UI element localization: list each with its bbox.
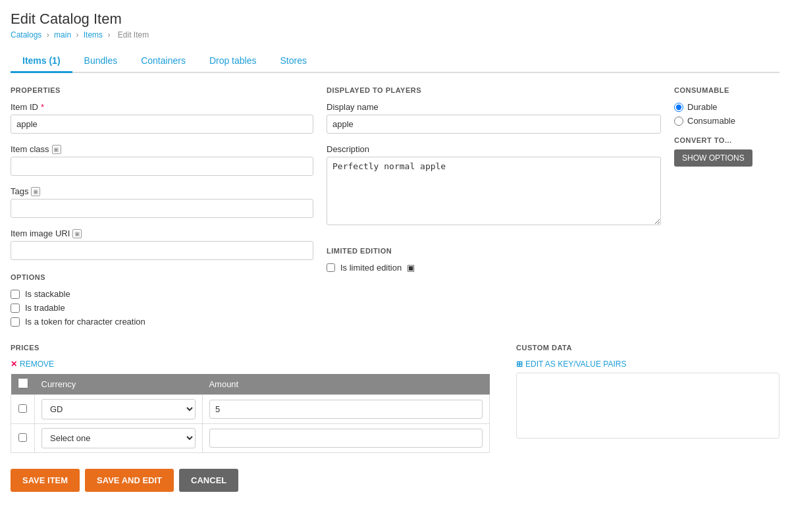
bottom-area: PRICES ✕ REMOVE Currency Amount GD (11, 344, 779, 453)
limited-edition-section: LIMITED EDITION Is limited edition ▣ (327, 247, 661, 273)
row-2-currency-select[interactable]: Select one (41, 428, 196, 448)
durable-radio[interactable] (674, 103, 683, 112)
is-token-checkbox[interactable] (11, 317, 20, 327)
is-token-row: Is a token for character creation (11, 317, 313, 327)
consumable-title: CONSUMABLE (674, 86, 779, 94)
tab-drop-tables[interactable]: Drop tables (198, 50, 269, 73)
is-tradable-label: Is tradable (25, 303, 65, 313)
mid-column: DISPLAYED TO PLAYERS Display name Descri… (327, 86, 661, 331)
properties-title: PROPERTIES (11, 86, 313, 94)
convert-section: CONVERT TO... SHOW OPTIONS (674, 136, 779, 167)
custom-data-title: CUSTOM DATA (516, 344, 779, 352)
image-uri-field: Item image URI ▣ (11, 228, 313, 260)
limited-edition-title: LIMITED EDITION (327, 247, 661, 255)
is-token-label: Is a token for character creation (25, 317, 145, 327)
breadcrumb-items[interactable]: Items (84, 30, 103, 40)
item-class-field: Item class ▣ (11, 144, 313, 176)
custom-data-box (516, 373, 779, 439)
options-section: OPTIONS Is stackable Is tradable Is a to… (11, 273, 313, 327)
plus-icon: ⊞ (516, 359, 523, 369)
row-2-checkbox[interactable] (18, 433, 27, 442)
display-name-field: Display name (327, 102, 661, 134)
tab-stores[interactable]: Stores (268, 50, 318, 73)
select-all-checkbox[interactable] (18, 378, 28, 388)
durable-label: Durable (687, 102, 718, 112)
remove-link[interactable]: ✕ REMOVE (11, 359, 490, 369)
save-and-edit-button[interactable]: SAVE AND EDIT (85, 469, 174, 492)
remove-label: REMOVE (20, 359, 54, 369)
is-stackable-checkbox[interactable] (11, 290, 20, 299)
item-class-input[interactable] (11, 157, 313, 176)
col-amount: Amount (202, 374, 489, 395)
row-1-currency-select[interactable]: GD (41, 399, 196, 419)
breadcrumb: Catalogs › main › Items › Edit Item (11, 30, 779, 40)
tabs-bar: Items (1) Bundles Containers Drop tables… (11, 50, 779, 73)
is-stackable-row: Is stackable (11, 289, 313, 299)
save-item-button[interactable]: SAVE ITEM (11, 469, 80, 492)
options-title: OPTIONS (11, 273, 313, 281)
prices-header-row: Currency Amount (11, 374, 490, 395)
convert-label: CONVERT TO... (674, 136, 779, 144)
image-uri-input[interactable] (11, 241, 313, 260)
breadcrumb-main[interactable]: main (54, 30, 71, 40)
breadcrumb-catalogs[interactable]: Catalogs (11, 30, 41, 40)
row-1-amount-input[interactable] (209, 400, 483, 419)
display-name-label: Display name (327, 102, 661, 112)
is-limited-checkbox[interactable] (327, 263, 335, 272)
action-bar: SAVE ITEM SAVE AND EDIT CANCEL (11, 469, 779, 492)
row-1-checkbox[interactable] (18, 404, 27, 413)
item-id-input[interactable] (11, 115, 313, 134)
is-tradable-checkbox[interactable] (11, 304, 20, 313)
description-label: Description (327, 144, 661, 154)
left-column: PROPERTIES Item ID * Item class ▣ Tags ▣ (11, 86, 313, 331)
consumable-radio-row: Consumable (674, 116, 779, 126)
image-uri-label: Item image URI (11, 228, 70, 238)
required-star: * (41, 102, 44, 112)
tags-input[interactable] (11, 199, 313, 218)
item-id-label: Item ID (11, 102, 38, 112)
tab-containers[interactable]: Containers (129, 50, 198, 73)
display-name-input[interactable] (327, 115, 661, 134)
image-uri-info-icon[interactable]: ▣ (72, 229, 82, 238)
right-column: CONSUMABLE Durable Consumable CONVERT TO… (674, 86, 779, 331)
table-row: GD (11, 395, 490, 424)
col-currency: Currency (35, 374, 203, 395)
consumable-label: Consumable (687, 116, 735, 126)
is-tradable-row: Is tradable (11, 303, 313, 313)
page-title: Edit Catalog Item (11, 11, 779, 28)
cancel-button[interactable]: CANCEL (179, 469, 238, 492)
is-stackable-label: Is stackable (25, 289, 70, 299)
consumable-radio[interactable] (674, 117, 683, 126)
table-row: Select one (11, 424, 490, 453)
prices-table: Currency Amount GD (11, 374, 490, 453)
is-limited-row: Is limited edition ▣ (327, 263, 661, 273)
limited-info-icon[interactable]: ▣ (407, 263, 415, 273)
is-limited-label: Is limited edition (340, 263, 402, 273)
edit-kv-link[interactable]: ⊞ EDIT AS KEY/VALUE PAIRS (516, 359, 779, 369)
item-class-label: Item class (11, 144, 49, 154)
show-options-button[interactable]: SHOW OPTIONS (674, 149, 752, 167)
remove-x-icon: ✕ (11, 359, 17, 369)
tab-items[interactable]: Items (1) (11, 50, 72, 73)
row-2-amount-input[interactable] (209, 429, 483, 448)
item-id-field: Item ID * (11, 102, 313, 134)
main-content: PROPERTIES Item ID * Item class ▣ Tags ▣ (11, 86, 779, 331)
displayed-title: DISPLAYED TO PLAYERS (327, 86, 661, 94)
description-input[interactable]: Perfectly normal apple (327, 157, 661, 225)
prices-section: PRICES ✕ REMOVE Currency Amount GD (11, 344, 490, 453)
tags-field: Tags ▣ (11, 186, 313, 218)
description-field: Description Perfectly normal apple (327, 144, 661, 227)
breadcrumb-current: Edit Item (118, 30, 149, 40)
custom-data-section: CUSTOM DATA ⊞ EDIT AS KEY/VALUE PAIRS (516, 344, 779, 453)
durable-radio-row: Durable (674, 102, 779, 112)
tags-info-icon[interactable]: ▣ (31, 187, 40, 196)
prices-title: PRICES (11, 344, 490, 352)
item-class-info-icon[interactable]: ▣ (52, 145, 61, 154)
tags-label: Tags (11, 186, 28, 196)
tab-bundles[interactable]: Bundles (72, 50, 130, 73)
edit-kv-label: EDIT AS KEY/VALUE PAIRS (525, 359, 626, 369)
